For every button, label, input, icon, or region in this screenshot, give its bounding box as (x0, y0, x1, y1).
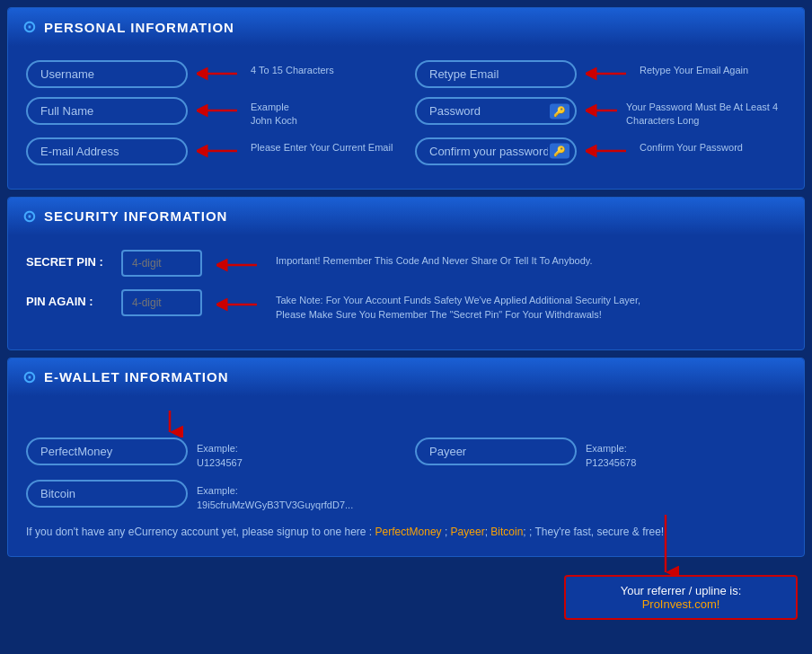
form-row-3: Please Enter Your Current Email 🔑 Confir… (26, 137, 786, 165)
payeer-input[interactable] (415, 437, 577, 465)
confirm-password-wrapper: 🔑 (415, 137, 577, 165)
referrer-down-arrow (652, 515, 679, 578)
payeer-col: Example: P12345678 (415, 437, 786, 471)
payeer-link[interactable]: Payeer (451, 526, 485, 538)
confirm-password-hint: Confirm Your Password (640, 137, 743, 155)
security-info-header: ⊙ SECURITY INFORMATION (8, 198, 804, 235)
personal-info-title: PERSONAL INFORMATION (44, 20, 234, 35)
ewallet-info-header: ⊙ E-WALLET INFORMATION (8, 358, 804, 396)
ewallet-info-body: Example: U1234567 Example: P12345678 Exa… (8, 396, 804, 556)
password-col: 🔑 Your Password Must Be At Least 4 Chara… (415, 97, 786, 128)
payeer-hint: Example: P12345678 (586, 437, 636, 471)
ewallet-info-icon: ⊙ (22, 367, 37, 387)
fullname-input[interactable] (26, 97, 188, 125)
secret-pin-hint: Important! Remember This Code And Never … (276, 250, 593, 269)
perfectmoney-input[interactable] (26, 437, 188, 465)
ewallet-info-title: E-WALLET INFORMATION (44, 369, 229, 384)
perfectmoney-col: Example: U1234567 (26, 437, 397, 471)
referrer-value[interactable]: ProInvest.com! (642, 597, 720, 611)
retype-email-input[interactable] (415, 60, 577, 88)
form-row-1: 4 To 15 Characters Retype Your Email Aga… (26, 60, 786, 88)
wallet-row-2: Example: 19i5cfruMzWGyB3TV3GuyqrfdD7... (26, 480, 786, 513)
pin-again-label: PIN AGAIN : (26, 289, 107, 308)
username-arrow (197, 64, 242, 84)
password-hint: Your Password Must Be At Least 4 Charact… (626, 97, 786, 128)
pin-again-hint: Take Note: For Your Account Funds Safety… (276, 289, 653, 323)
bitcoin-col: Example: 19i5cfruMzWGyB3TV3GuyqrfdD7... (26, 480, 397, 513)
form-row-2: Example John Koch 🔑 Your Password Must B… (26, 97, 786, 128)
perfectmoney-hint: Example: U1234567 (197, 437, 243, 471)
email-input[interactable] (26, 137, 188, 165)
retype-email-arrow (586, 64, 631, 84)
ewallet-arrow-area (26, 411, 786, 437)
personal-info-body: 4 To 15 Characters Retype Your Email Aga… (8, 46, 804, 189)
username-hint: 4 To 15 Characters (251, 60, 334, 77)
confirm-password-col: 🔑 Confirm Your Password (415, 137, 786, 165)
fullname-hint: Example John Koch (251, 97, 297, 128)
email-arrow (197, 141, 242, 161)
security-info-icon: ⊙ (22, 207, 37, 226)
security-information-section: ⊙ SECURITY INFORMATION SECRET PIN : Impo… (7, 197, 805, 350)
secret-pin-row: SECRET PIN : Important! Remember This Co… (26, 250, 786, 277)
pin-again-row: PIN AGAIN : Take Note: For Your Account … (26, 289, 786, 323)
retype-email-hint: Retype Your Email Again (640, 60, 748, 77)
perfectmoney-top-arrow (80, 411, 260, 437)
bitcoin-hint: Example: 19i5cfruMzWGyB3TV3GuyqrfdD7... (197, 480, 353, 513)
password-arrow (586, 101, 617, 120)
wallet-row-1: Example: U1234567 Example: P12345678 (26, 437, 786, 471)
pin-again-input[interactable] (121, 289, 202, 316)
secret-pin-label: SECRET PIN : (26, 250, 107, 269)
username-input[interactable] (26, 60, 188, 88)
email-col: Please Enter Your Current Email (26, 137, 397, 165)
confirm-password-key-icon[interactable]: 🔑 (550, 144, 569, 159)
username-col: 4 To 15 Characters (26, 60, 397, 88)
security-info-body: SECRET PIN : Important! Remember This Co… (8, 235, 804, 349)
password-key-icon[interactable]: 🔑 (550, 103, 569, 119)
confirm-password-arrow (586, 141, 631, 161)
retype-email-col: Retype Your Email Again (415, 60, 786, 88)
referrer-wrapper: Your referrer / upline is: ProInvest.com… (0, 564, 812, 631)
bitcoin-link[interactable]: Bitcoin (490, 526, 523, 538)
fullname-col: Example John Koch (26, 97, 397, 128)
personal-information-section: ⊙ PERSONAL INFORMATION 4 To 15 Character… (7, 7, 805, 190)
fullname-arrow (197, 101, 242, 120)
ewallet-information-section: ⊙ E-WALLET INFORMATION Example: U1234567 (7, 358, 805, 557)
secret-pin-input[interactable] (121, 250, 202, 277)
email-hint: Please Enter Your Current Email (251, 137, 393, 155)
referrer-label: Your referrer / upline is: (621, 584, 742, 597)
referrer-box: Your referrer / upline is: ProInvest.com… (564, 575, 798, 620)
secret-pin-arrow (216, 255, 261, 275)
password-wrapper: 🔑 (415, 97, 577, 125)
personal-info-header: ⊙ PERSONAL INFORMATION (8, 8, 804, 46)
bitcoin-input[interactable] (26, 480, 188, 508)
security-info-title: SECURITY INFORMATION (44, 208, 227, 224)
perfectmoney-link[interactable]: PerfectMoney (375, 526, 442, 538)
pin-again-arrow (216, 295, 261, 314)
personal-info-icon: ⊙ (22, 17, 37, 37)
